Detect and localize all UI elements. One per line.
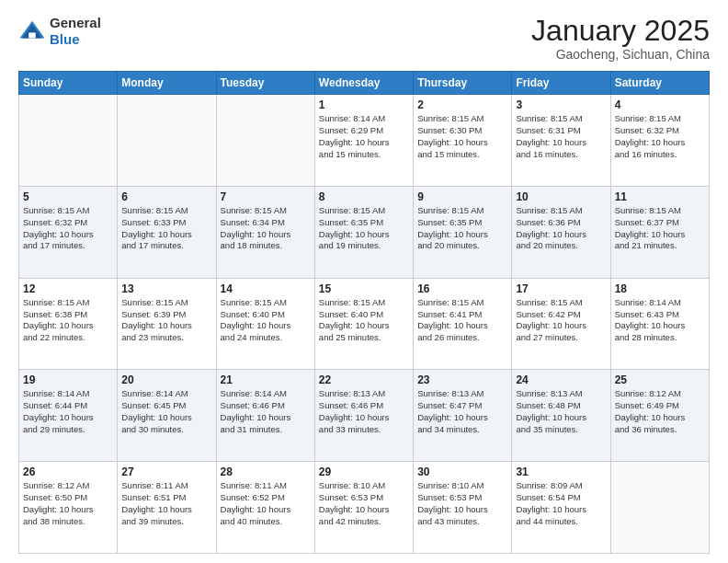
table-row: 17Sunrise: 8:15 AM Sunset: 6:42 PM Dayli…: [512, 278, 610, 370]
day-info: Sunrise: 8:15 AM Sunset: 6:30 PM Dayligh…: [417, 113, 507, 160]
table-row: [19, 95, 118, 187]
day-number: 2: [417, 98, 507, 111]
day-info: Sunrise: 8:11 AM Sunset: 6:51 PM Dayligh…: [121, 480, 211, 527]
col-monday: Monday: [118, 72, 216, 95]
day-number: 1: [319, 98, 409, 111]
day-info: Sunrise: 8:12 AM Sunset: 6:49 PM Dayligh…: [615, 388, 705, 435]
calendar-week-row: 12Sunrise: 8:15 AM Sunset: 6:38 PM Dayli…: [19, 278, 710, 370]
day-number: 21: [221, 373, 311, 386]
day-number: 8: [319, 190, 409, 203]
day-number: 5: [23, 190, 113, 203]
table-row: 27Sunrise: 8:11 AM Sunset: 6:51 PM Dayli…: [118, 462, 216, 554]
day-number: 28: [221, 465, 311, 478]
day-info: Sunrise: 8:14 AM Sunset: 6:46 PM Dayligh…: [221, 388, 311, 435]
table-row: 9Sunrise: 8:15 AM Sunset: 6:35 PM Daylig…: [414, 186, 512, 278]
calendar-header-row: Sunday Monday Tuesday Wednesday Thursday…: [19, 72, 710, 95]
table-row: 18Sunrise: 8:14 AM Sunset: 6:43 PM Dayli…: [610, 278, 709, 370]
day-number: 24: [516, 373, 606, 386]
day-info: Sunrise: 8:15 AM Sunset: 6:34 PM Dayligh…: [221, 205, 311, 252]
day-number: 20: [121, 373, 211, 386]
table-row: 15Sunrise: 8:15 AM Sunset: 6:40 PM Dayli…: [314, 278, 413, 370]
day-info: Sunrise: 8:14 AM Sunset: 6:45 PM Dayligh…: [121, 388, 211, 435]
day-number: 13: [121, 282, 211, 295]
page: General Blue January 2025 Gaocheng, Sich…: [0, 0, 728, 563]
day-number: 31: [516, 465, 606, 478]
day-info: Sunrise: 8:10 AM Sunset: 6:53 PM Dayligh…: [319, 480, 409, 527]
header: General Blue January 2025 Gaocheng, Sich…: [18, 15, 710, 62]
table-row: 25Sunrise: 8:12 AM Sunset: 6:49 PM Dayli…: [610, 370, 709, 462]
day-info: Sunrise: 8:15 AM Sunset: 6:40 PM Dayligh…: [319, 297, 409, 344]
day-number: 27: [121, 465, 211, 478]
day-number: 16: [417, 282, 507, 295]
day-info: Sunrise: 8:14 AM Sunset: 6:44 PM Dayligh…: [23, 388, 113, 435]
day-info: Sunrise: 8:13 AM Sunset: 6:48 PM Dayligh…: [516, 388, 606, 435]
table-row: 21Sunrise: 8:14 AM Sunset: 6:46 PM Dayli…: [216, 370, 314, 462]
day-info: Sunrise: 8:14 AM Sunset: 6:43 PM Dayligh…: [615, 297, 705, 344]
day-number: 3: [516, 98, 606, 111]
day-info: Sunrise: 8:14 AM Sunset: 6:29 PM Dayligh…: [319, 113, 409, 160]
day-number: 23: [417, 373, 507, 386]
day-number: 17: [516, 282, 606, 295]
col-thursday: Thursday: [414, 72, 512, 95]
col-sunday: Sunday: [19, 72, 118, 95]
table-row: 13Sunrise: 8:15 AM Sunset: 6:39 PM Dayli…: [118, 278, 216, 370]
day-info: Sunrise: 8:15 AM Sunset: 6:32 PM Dayligh…: [23, 205, 113, 252]
day-number: 18: [615, 282, 705, 295]
table-row: 26Sunrise: 8:12 AM Sunset: 6:50 PM Dayli…: [19, 462, 118, 554]
calendar-week-row: 1Sunrise: 8:14 AM Sunset: 6:29 PM Daylig…: [19, 95, 710, 187]
logo: General Blue: [18, 15, 101, 48]
table-row: 14Sunrise: 8:15 AM Sunset: 6:40 PM Dayli…: [216, 278, 314, 370]
day-number: 12: [23, 282, 113, 295]
day-info: Sunrise: 8:15 AM Sunset: 6:33 PM Dayligh…: [121, 205, 211, 252]
title-section: January 2025 Gaocheng, Sichuan, China: [531, 15, 710, 62]
table-row: 6Sunrise: 8:15 AM Sunset: 6:33 PM Daylig…: [118, 186, 216, 278]
day-info: Sunrise: 8:15 AM Sunset: 6:36 PM Dayligh…: [516, 205, 606, 252]
logo-general: General: [50, 15, 101, 30]
day-info: Sunrise: 8:10 AM Sunset: 6:53 PM Dayligh…: [417, 480, 507, 527]
logo-icon: [18, 17, 46, 45]
table-row: 5Sunrise: 8:15 AM Sunset: 6:32 PM Daylig…: [19, 186, 118, 278]
table-row: 22Sunrise: 8:13 AM Sunset: 6:46 PM Dayli…: [314, 370, 413, 462]
day-number: 9: [417, 190, 507, 203]
day-info: Sunrise: 8:15 AM Sunset: 6:31 PM Dayligh…: [516, 113, 606, 160]
table-row: 4Sunrise: 8:15 AM Sunset: 6:32 PM Daylig…: [610, 95, 709, 187]
table-row: 8Sunrise: 8:15 AM Sunset: 6:35 PM Daylig…: [314, 186, 413, 278]
table-row: 16Sunrise: 8:15 AM Sunset: 6:41 PM Dayli…: [414, 278, 512, 370]
table-row: 1Sunrise: 8:14 AM Sunset: 6:29 PM Daylig…: [314, 95, 413, 187]
day-info: Sunrise: 8:15 AM Sunset: 6:37 PM Dayligh…: [615, 205, 705, 252]
day-number: 7: [221, 190, 311, 203]
day-number: 10: [516, 190, 606, 203]
day-number: 4: [615, 98, 705, 111]
table-row: [610, 462, 709, 554]
day-info: Sunrise: 8:13 AM Sunset: 6:47 PM Dayligh…: [417, 388, 507, 435]
table-row: 23Sunrise: 8:13 AM Sunset: 6:47 PM Dayli…: [414, 370, 512, 462]
day-info: Sunrise: 8:15 AM Sunset: 6:35 PM Dayligh…: [417, 205, 507, 252]
calendar-week-row: 26Sunrise: 8:12 AM Sunset: 6:50 PM Dayli…: [19, 462, 710, 554]
day-info: Sunrise: 8:13 AM Sunset: 6:46 PM Dayligh…: [319, 388, 409, 435]
day-info: Sunrise: 8:15 AM Sunset: 6:35 PM Dayligh…: [319, 205, 409, 252]
day-info: Sunrise: 8:12 AM Sunset: 6:50 PM Dayligh…: [23, 480, 113, 527]
day-info: Sunrise: 8:15 AM Sunset: 6:39 PM Dayligh…: [121, 297, 211, 344]
month-title: January 2025: [531, 15, 710, 47]
day-number: 19: [23, 373, 113, 386]
day-number: 6: [121, 190, 211, 203]
table-row: 24Sunrise: 8:13 AM Sunset: 6:48 PM Dayli…: [512, 370, 610, 462]
svg-rect-2: [28, 33, 36, 39]
col-saturday: Saturday: [610, 72, 709, 95]
day-info: Sunrise: 8:09 AM Sunset: 6:54 PM Dayligh…: [516, 480, 606, 527]
logo-text: General Blue: [50, 15, 101, 48]
col-friday: Friday: [512, 72, 610, 95]
calendar-week-row: 19Sunrise: 8:14 AM Sunset: 6:44 PM Dayli…: [19, 370, 710, 462]
day-info: Sunrise: 8:15 AM Sunset: 6:40 PM Dayligh…: [221, 297, 311, 344]
table-row: 11Sunrise: 8:15 AM Sunset: 6:37 PM Dayli…: [610, 186, 709, 278]
table-row: 20Sunrise: 8:14 AM Sunset: 6:45 PM Dayli…: [118, 370, 216, 462]
col-tuesday: Tuesday: [216, 72, 314, 95]
day-number: 26: [23, 465, 113, 478]
table-row: 12Sunrise: 8:15 AM Sunset: 6:38 PM Dayli…: [19, 278, 118, 370]
day-info: Sunrise: 8:11 AM Sunset: 6:52 PM Dayligh…: [221, 480, 311, 527]
day-number: 29: [319, 465, 409, 478]
table-row: 29Sunrise: 8:10 AM Sunset: 6:53 PM Dayli…: [314, 462, 413, 554]
day-number: 14: [221, 282, 311, 295]
calendar: Sunday Monday Tuesday Wednesday Thursday…: [18, 71, 710, 554]
day-number: 22: [319, 373, 409, 386]
